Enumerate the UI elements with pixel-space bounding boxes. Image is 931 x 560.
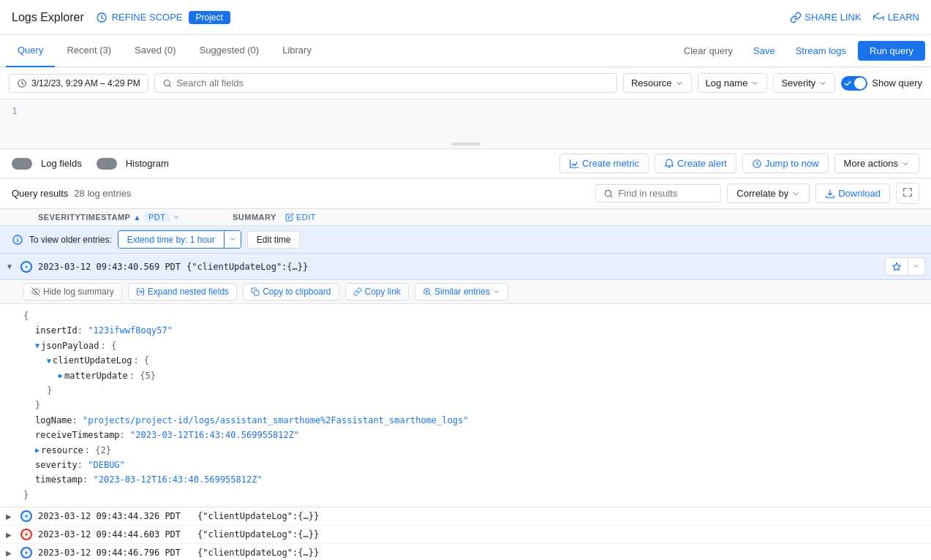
edit-button[interactable]: EDIT xyxy=(285,213,316,222)
show-query-toggle-wrap: Show query xyxy=(841,76,922,91)
extend-time-button[interactable]: Extend time by: 1 hour xyxy=(118,232,224,248)
log-line-jsonpayload: ▼ jsonPayload: { xyxy=(23,338,919,353)
histogram-toggle[interactable] xyxy=(97,158,117,170)
log-row[interactable]: ▶ 2023-03-12 09:43:44.326 PDT {"clientUp… xyxy=(0,507,931,526)
similar-entries-button[interactable]: Similar entries xyxy=(415,283,508,300)
copy-icon xyxy=(251,287,260,296)
resource-filter-button[interactable]: Resource xyxy=(623,73,692,93)
log-line-timestamp: timestamp: "2023-03-12T16:43:40.56995581… xyxy=(23,472,919,487)
more-actions-chevron-icon xyxy=(901,159,910,168)
clear-query-button[interactable]: Clear query xyxy=(675,41,742,61)
hide-log-summary-button[interactable]: Hide log summary xyxy=(23,283,122,300)
collapse-arrow: ▼ xyxy=(6,262,15,270)
copy-link-button[interactable]: Copy link xyxy=(345,283,409,300)
learn-icon xyxy=(873,12,885,23)
query-results-title: Query results xyxy=(12,188,68,199)
tab-recent[interactable]: Recent (3) xyxy=(55,35,123,67)
entry-actions xyxy=(885,257,925,276)
tab-query[interactable]: Query xyxy=(6,35,55,67)
pin-button[interactable] xyxy=(885,257,908,276)
jump-to-now-button[interactable]: Jump to now xyxy=(742,154,829,173)
tz-badge: PDT xyxy=(144,212,170,222)
log-summary-actions-bar: Hide log summary Expand nested fields Co… xyxy=(0,280,931,304)
expand-arrow: ▶ xyxy=(6,512,15,521)
extend-text: To view older entries: xyxy=(29,235,112,245)
log-row[interactable]: ▶ 2023-03-12 09:44:46.796 PDT {"clientUp… xyxy=(0,544,931,560)
log-line-open: { xyxy=(23,309,919,323)
entry-debug-dot xyxy=(20,261,32,273)
pin-button-group xyxy=(885,257,925,276)
log-line-close3: } xyxy=(23,488,919,502)
learn-button[interactable]: LEARN xyxy=(873,12,919,23)
log-summary-text: {"clientUpdateLog":{…}} xyxy=(197,511,319,521)
log-count: 28 log entries xyxy=(74,188,131,199)
log-summary-text: {"clientUpdateLog":{…}} xyxy=(197,529,319,540)
time-range-label: 3/12/23, 9:29 AM – 4:29 PM xyxy=(31,78,140,88)
find-search-icon xyxy=(603,189,614,199)
refine-scope-button[interactable]: REFINE SCOPE xyxy=(96,12,183,23)
extend-btn-group: Extend time by: 1 hour xyxy=(118,230,241,249)
resource-chevron-icon xyxy=(675,79,684,88)
tz-chevron-icon xyxy=(173,213,180,221)
time-range-button[interactable]: 3/12/23, 9:29 AM – 4:29 PM xyxy=(9,74,148,93)
stream-logs-button[interactable]: Stream logs xyxy=(787,41,855,61)
create-metric-button[interactable]: Create metric xyxy=(559,154,649,173)
correlate-by-button[interactable]: Correlate by xyxy=(727,183,810,203)
expanded-entry-header[interactable]: ▼ 2023-03-12 09:43:40.569 PDT {"clientUp… xyxy=(0,254,931,280)
log-line-close1: } xyxy=(23,383,919,398)
svg-point-12 xyxy=(26,534,28,536)
show-query-label: Show query xyxy=(872,77,922,88)
pin-icon xyxy=(892,262,902,272)
expand-arrow: ▶ xyxy=(6,549,15,557)
log-line-resource: ▶ resource: {2} xyxy=(23,443,919,458)
log-line-logname: logName: "projects/project-id/logs/assis… xyxy=(23,413,919,428)
svg-point-6 xyxy=(26,265,28,268)
edit-icon xyxy=(285,213,294,222)
log-row[interactable]: ▶ 2023-03-12 09:44:44.603 PDT {"clientUp… xyxy=(0,526,931,544)
log-name-filter-button[interactable]: Log name xyxy=(698,73,768,93)
alert-icon xyxy=(664,159,674,169)
link-icon xyxy=(353,287,362,296)
log-fields-toggle[interactable] xyxy=(12,158,32,170)
scrollbar-horizontal[interactable] xyxy=(451,143,480,145)
create-alert-button[interactable]: Create alert xyxy=(655,154,736,173)
toggle-check-icon xyxy=(843,79,852,88)
log-line-clientupdatelog: ▼ clientUpdateLog: { xyxy=(23,353,919,368)
fullscreen-icon xyxy=(902,187,913,197)
expand-nested-button[interactable]: Expand nested fields xyxy=(128,283,237,300)
log-line-close2: } xyxy=(23,398,919,412)
similar-chevron-icon xyxy=(493,288,500,295)
app-title: Logs Explorer xyxy=(12,11,84,24)
extend-chevron-icon xyxy=(229,235,236,243)
show-query-toggle[interactable] xyxy=(841,76,867,91)
tab-saved[interactable]: Saved (0) xyxy=(123,35,187,67)
search-input[interactable] xyxy=(176,77,609,88)
severity-indicator xyxy=(20,547,32,559)
find-input[interactable] xyxy=(618,188,713,199)
copy-to-clipboard-button[interactable]: Copy to clipboard xyxy=(243,283,339,300)
similar-icon xyxy=(423,287,431,296)
run-query-button[interactable]: Run query xyxy=(858,41,925,61)
save-button[interactable]: Save xyxy=(745,41,784,61)
download-button[interactable]: Download xyxy=(815,183,890,203)
log-timestamp: 2023-03-12 09:43:44.326 PDT xyxy=(38,511,192,521)
metric-icon xyxy=(569,159,579,169)
log-rows-container: ▶ 2023-03-12 09:43:44.326 PDT {"clientUp… xyxy=(0,507,931,560)
pin-dropdown-button[interactable] xyxy=(908,257,925,276)
refine-scope-icon xyxy=(96,12,108,23)
expanded-entry-timestamp: 2023-03-12 09:43:40.569 PDT xyxy=(38,262,181,272)
fullscreen-button[interactable] xyxy=(896,183,919,204)
edit-time-button[interactable]: Edit time xyxy=(247,231,301,249)
share-link-button[interactable]: SHARE LINK xyxy=(790,12,861,23)
severity-filter-button[interactable]: Severity xyxy=(773,73,835,93)
extend-time-dropdown[interactable] xyxy=(224,231,241,248)
download-icon xyxy=(825,189,835,199)
search-icon xyxy=(162,78,173,88)
tab-suggested[interactable]: Suggested (0) xyxy=(187,35,271,67)
query-editor[interactable]: 1 xyxy=(0,99,931,149)
extend-time-row: To view older entries: Extend time by: 1… xyxy=(0,226,931,254)
log-content: { insertId: "123ifwwf8oqy57" ▼ jsonPaylo… xyxy=(0,304,931,507)
share-link-icon xyxy=(790,12,802,23)
more-actions-button[interactable]: More actions xyxy=(834,154,919,173)
tab-library[interactable]: Library xyxy=(271,35,323,67)
